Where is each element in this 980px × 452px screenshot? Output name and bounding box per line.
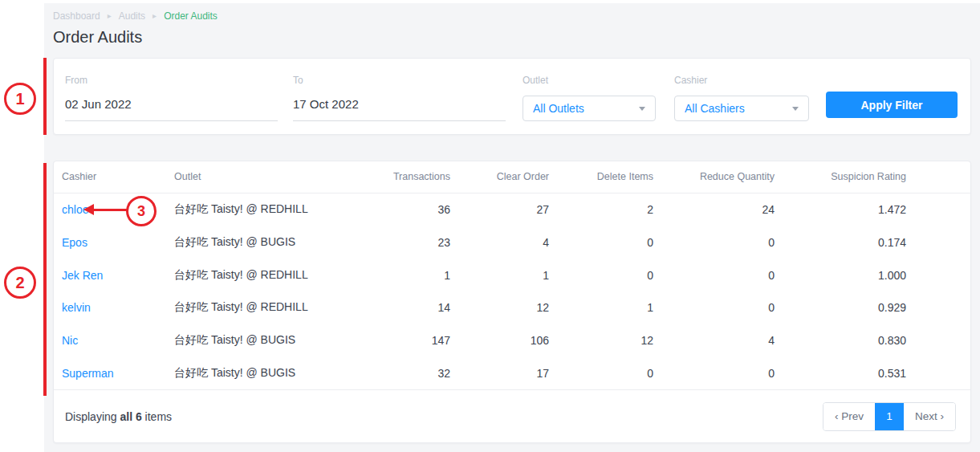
cashier-link[interactable]: Epos <box>62 236 174 249</box>
table-footer: Displaying all 6 items ‹ Prev 1 Next › <box>54 389 970 442</box>
transactions-cell: 14 <box>354 301 450 314</box>
page-title: Order Audits <box>53 28 142 47</box>
suspicion-rating-cell: 1.000 <box>775 269 906 282</box>
reduce-quantity-cell: 0 <box>653 367 775 380</box>
table-row: Epos 台好吃 Taisty! @ BUGIS 23 4 0 0 0.174 <box>54 226 970 259</box>
breadcrumb: Dashboard ▸ Audits ▸ Order Audits <box>53 10 218 22</box>
delete-items-cell: 0 <box>549 367 653 380</box>
reduce-quantity-cell: 0 <box>653 269 775 282</box>
cashier-link[interactable]: Jek Ren <box>62 269 174 282</box>
cashier-field: Cashier All Cashiers <box>674 75 809 121</box>
transactions-cell: 36 <box>354 203 450 216</box>
cashier-select[interactable]: All Cashiers <box>674 96 809 121</box>
cashier-link[interactable]: kelvin <box>62 301 174 314</box>
clear-order-cell: 1 <box>450 269 549 282</box>
outlet-cell: 台好吃 Taisty! @ BUGIS <box>174 333 354 348</box>
page: Dashboard ▸ Audits ▸ Order Audits Order … <box>0 0 980 452</box>
column-header-delete-items: Delete Items <box>549 171 653 182</box>
outlet-cell: 台好吃 Taisty! @ REDHILL <box>174 268 354 283</box>
column-header-transactions: Transactions <box>354 171 450 182</box>
transactions-cell: 147 <box>354 334 450 347</box>
table-row: Nic 台好吃 Taisty! @ BUGIS 147 106 12 4 0.8… <box>54 324 970 357</box>
delete-items-cell: 0 <box>549 236 653 249</box>
breadcrumb-order-audits: Order Audits <box>164 10 218 22</box>
clear-order-cell: 17 <box>450 367 549 380</box>
cashier-link[interactable]: Nic <box>62 334 174 347</box>
suspicion-rating-cell: 0.830 <box>775 334 906 347</box>
annotation-circle-1: 1 <box>4 83 36 115</box>
transactions-cell: 32 <box>354 367 450 380</box>
delete-items-cell: 0 <box>549 269 653 282</box>
cashier-select-value: All Cashiers <box>685 102 745 115</box>
filter-card: From To Outlet All Outlets Cashier All C… <box>53 58 971 135</box>
column-header-suspicion-rating: Suspicion Rating <box>775 171 906 182</box>
delete-items-cell: 12 <box>549 334 653 347</box>
table-row: Superman 台好吃 Taisty! @ BUGIS 32 17 0 0 0… <box>54 357 970 390</box>
reduce-quantity-cell: 0 <box>653 236 775 249</box>
annotation-number: 1 <box>15 90 24 108</box>
annotation-number: 2 <box>15 274 24 292</box>
delete-items-cell: 2 <box>549 203 653 216</box>
pagination: ‹ Prev 1 Next › <box>823 402 956 431</box>
from-date-field: From <box>65 75 278 121</box>
outlet-field: Outlet All Outlets <box>523 75 656 121</box>
page-1-button[interactable]: 1 <box>875 403 904 430</box>
displaying-prefix: Displaying <box>65 410 120 423</box>
from-label: From <box>65 75 278 86</box>
clear-order-cell: 106 <box>450 334 549 347</box>
breadcrumb-dashboard[interactable]: Dashboard <box>53 10 100 22</box>
outlet-cell: 台好吃 Taisty! @ BUGIS <box>174 235 354 250</box>
to-date-input[interactable] <box>293 97 506 121</box>
cashier-link[interactable]: Superman <box>62 367 174 380</box>
displaying-count: all 6 <box>120 410 141 423</box>
table-row: chloe 台好吃 Taisty! @ REDHILL 36 27 2 24 1… <box>54 193 970 226</box>
outlet-cell: 台好吃 Taisty! @ REDHILL <box>174 202 354 217</box>
next-page-button[interactable]: Next › <box>904 403 955 430</box>
outlet-select[interactable]: All Outlets <box>523 96 656 121</box>
transactions-cell: 1 <box>354 269 450 282</box>
outlet-cell: 台好吃 Taisty! @ REDHILL <box>174 300 354 315</box>
table-row: kelvin 台好吃 Taisty! @ REDHILL 14 12 1 0 0… <box>54 291 970 324</box>
reduce-quantity-cell: 4 <box>653 334 775 347</box>
suspicion-rating-cell: 0.531 <box>775 367 906 380</box>
column-header-reduce-quantity: Reduce Quantity <box>653 171 775 182</box>
apply-filter-button[interactable]: Apply Filter <box>826 92 958 118</box>
reduce-quantity-cell: 0 <box>653 301 775 314</box>
suspicion-rating-cell: 0.174 <box>775 236 906 249</box>
breadcrumb-audits[interactable]: Audits <box>119 10 145 22</box>
clear-order-cell: 4 <box>450 236 549 249</box>
clear-order-cell: 27 <box>450 203 549 216</box>
audits-table-card: Cashier Outlet Transactions Clear Order … <box>53 161 971 443</box>
to-date-field: To <box>293 75 506 121</box>
prev-page-button[interactable]: ‹ Prev <box>823 403 875 430</box>
suspicion-rating-cell: 0.929 <box>775 301 906 314</box>
breadcrumb-separator-icon: ▸ <box>108 12 112 20</box>
transactions-cell: 23 <box>354 236 450 249</box>
delete-items-cell: 1 <box>549 301 653 314</box>
outlet-cell: 台好吃 Taisty! @ BUGIS <box>174 366 354 381</box>
outlet-select-value: All Outlets <box>533 102 584 115</box>
reduce-quantity-cell: 24 <box>653 203 775 216</box>
table-row: Jek Ren 台好吃 Taisty! @ REDHILL 1 1 0 0 1.… <box>54 259 970 291</box>
column-header-outlet: Outlet <box>174 171 354 182</box>
column-header-cashier: Cashier <box>62 171 174 182</box>
cashier-label: Cashier <box>674 75 809 86</box>
displaying-suffix: items <box>142 410 172 423</box>
annotation-circle-2: 2 <box>4 267 36 299</box>
from-date-input[interactable] <box>65 97 278 121</box>
outlet-label: Outlet <box>523 75 656 86</box>
chevron-down-icon <box>639 107 645 111</box>
chevron-down-icon <box>792 107 799 111</box>
breadcrumb-separator-icon: ▸ <box>152 12 157 20</box>
clear-order-cell: 12 <box>450 301 549 314</box>
displaying-items-text: Displaying all 6 items <box>65 410 172 423</box>
column-header-clear-order: Clear Order <box>450 171 549 182</box>
cashier-link[interactable]: chloe <box>62 203 174 216</box>
to-label: To <box>293 75 506 86</box>
table-header-row: Cashier Outlet Transactions Clear Order … <box>54 161 970 193</box>
suspicion-rating-cell: 1.472 <box>775 203 906 216</box>
